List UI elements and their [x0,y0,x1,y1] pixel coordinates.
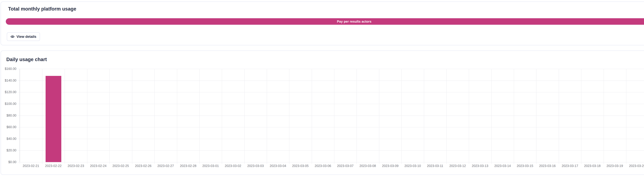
x-gridline [581,69,582,164]
x-gridline [312,69,312,164]
x-axis-label: 2023-03-10 [402,164,424,168]
y-axis-label: $80.00 [1,114,16,117]
y-axis-line [20,69,20,162]
x-axis-label: 2023-03-05 [289,164,312,168]
view-details-label: View details [16,35,36,39]
x-gridline [42,69,42,164]
x-gridline [154,69,155,164]
x-gridline [177,69,177,164]
x-axis-label: 2023-02-24 [87,164,110,168]
y-gridline [18,162,644,162]
y-gridline [18,69,644,69]
y-gridline [18,150,644,151]
y-axis-label: $20.00 [1,149,16,152]
y-gridline [18,139,644,139]
x-axis-label: 2023-03-06 [312,164,334,168]
monthly-usage-title: Total monthly platform usage [8,6,76,12]
x-gridline [200,69,200,164]
x-axis-label: 2023-03-15 [514,164,536,168]
x-axis-label: 2023-02-23 [65,164,87,168]
x-gridline [626,69,626,164]
x-axis-label: 2023-03-20 [626,164,644,168]
x-gridline [536,69,536,164]
chart-bar[interactable] [46,76,61,162]
x-gridline [334,69,334,164]
x-axis-label: 2023-03-01 [200,164,222,168]
x-axis-label: 2023-03-04 [267,164,289,168]
y-axis-label: $40.00 [1,137,16,141]
x-axis-label: 2023-03-18 [581,164,604,168]
x-gridline [402,69,402,164]
usage-progress-label: Pay per results actors [337,20,372,23]
x-gridline [222,69,222,164]
x-gridline [446,69,447,164]
usage-progress-track: Pay per results actors [6,18,644,25]
x-gridline [514,69,514,164]
usage-progress-segment[interactable]: Pay per results actors [6,18,644,25]
x-axis-label: 2023-03-19 [604,164,626,168]
x-axis-label: 2023-03-12 [446,164,469,168]
x-gridline [65,69,65,164]
chart-area: $160.00$140.00$120.00$100.00$80.00$60.00… [1,69,644,173]
y-axis-label: $140.00 [1,79,16,82]
x-axis-label: 2023-03-09 [379,164,402,168]
x-gridline [289,69,290,164]
x-gridline [491,69,492,164]
y-axis-label: $160.00 [1,67,16,71]
x-axis-label: 2023-03-17 [559,164,581,168]
x-axis-label: 2023-03-14 [491,164,514,168]
x-axis-label: 2023-03-07 [334,164,356,168]
x-axis-label: 2023-03-02 [222,164,244,168]
x-axis-label: 2023-03-03 [244,164,267,168]
x-axis-label: 2023-02-28 [177,164,200,168]
x-gridline [379,69,379,164]
x-axis-label: 2023-02-22 [42,164,64,168]
x-gridline [244,69,244,164]
x-gridline [469,69,469,164]
x-axis-label: 2023-02-27 [154,164,177,168]
x-gridline [110,69,110,164]
x-axis-label: 2023-03-13 [469,164,491,168]
x-gridline [87,69,87,164]
x-axis-label: 2023-02-21 [20,164,42,168]
y-axis-label: $120.00 [1,90,16,94]
x-gridline [604,69,604,164]
y-axis-label: $0.00 [1,160,16,164]
x-gridline [559,69,559,164]
x-axis-label: 2023-03-11 [424,164,446,168]
x-gridline [424,69,424,164]
y-axis-label: $60.00 [1,125,16,129]
x-axis-label: 2023-03-08 [356,164,379,168]
y-gridline [18,92,644,92]
x-gridline [132,69,132,164]
x-axis-label: 2023-02-25 [110,164,132,168]
y-gridline [18,116,644,116]
x-axis-label: 2023-02-26 [132,164,154,168]
y-gridline [18,81,644,81]
x-gridline [267,69,267,164]
monthly-usage-card: Total monthly platform usage $150.00 Pay… [1,1,644,45]
y-gridline [18,127,644,127]
daily-usage-card: Daily usage chart Absolute Cumulative $1… [1,50,644,175]
view-details-button[interactable]: View details [7,32,40,41]
x-gridline [356,69,357,164]
x-axis-label: 2023-03-16 [536,164,558,168]
y-axis-label: $100.00 [1,102,16,106]
eye-icon [10,35,14,39]
daily-usage-title: Daily usage chart [6,57,47,62]
y-gridline [18,104,644,104]
